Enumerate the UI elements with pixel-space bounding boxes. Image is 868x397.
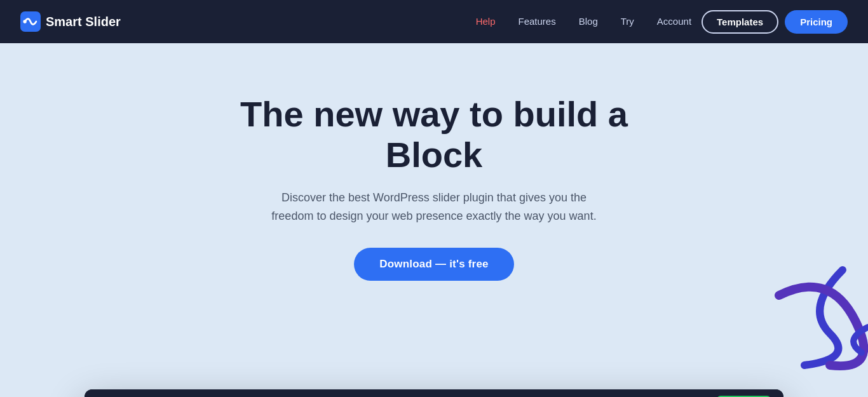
logo-link[interactable]: Smart Slider (20, 11, 121, 32)
svg-point-1 (23, 20, 26, 23)
logo-text: Smart Slider (46, 15, 121, 29)
nav-help[interactable]: Help (476, 16, 496, 27)
editor-topbar: 🏠 Dashboard › 🖼 Slider › ⠿ Slides ▾ Smar… (85, 389, 783, 397)
hero-title: The new way to build a Block (205, 94, 663, 176)
nav-account[interactable]: Account (657, 16, 691, 27)
logo-icon (20, 11, 41, 32)
pricing-button[interactable]: Pricing (785, 10, 848, 34)
squiggle-decoration (677, 257, 868, 372)
nav-try[interactable]: Try (621, 16, 634, 27)
download-button[interactable]: Download — it's free (354, 248, 513, 281)
nav-blog[interactable]: Blog (579, 16, 598, 27)
templates-button[interactable]: Templates (702, 10, 778, 34)
nav-features[interactable]: Features (519, 16, 556, 27)
editor-preview: 🏠 Dashboard › 🖼 Slider › ⠿ Slides ▾ Smar… (85, 389, 783, 397)
nav-links: Help Features Blog Try Account (476, 16, 691, 27)
hero-subtitle: Discover the best WordPress slider plugi… (262, 189, 606, 225)
hero-section: The new way to build a Block Discover th… (0, 43, 868, 397)
navbar: Smart Slider Help Features Blog Try Acco… (0, 0, 868, 43)
